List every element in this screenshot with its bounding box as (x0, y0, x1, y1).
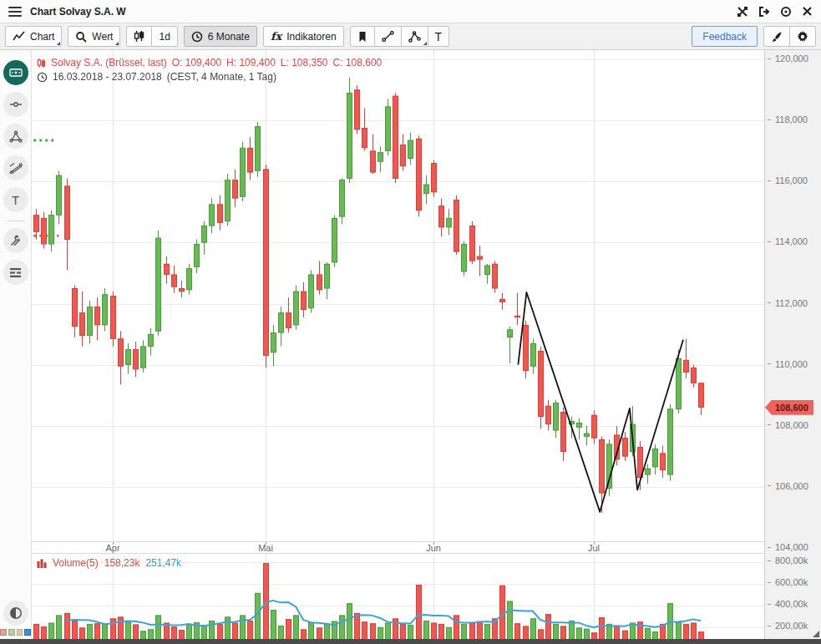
date-range-info: (CEST, 4 Monate, 1 Tag) (167, 71, 276, 83)
candlestick-legend-icon (37, 58, 46, 68)
feedback-button[interactable]: Feedback (692, 26, 758, 47)
sidebar-toolbox-button[interactable] (3, 228, 28, 253)
date-range-legend-row[interactable]: 16.03.2018 - 23.07.2018 (CEST, 4 Monate,… (37, 70, 382, 84)
clock-icon (37, 72, 48, 83)
window-title: Chart Solvay S.A. W (30, 6, 126, 18)
toolbar: Chart Wert 1d 6 Monate fx Indikatoren (0, 23, 821, 50)
last-price-tag: 108,600 (765, 400, 813, 415)
ohlc-open: O: 109,400 (172, 57, 221, 68)
x-axis: AprMaiJunJul (32, 541, 764, 553)
theme-swatches (0, 629, 31, 636)
zigzag-tool-icon (408, 31, 421, 43)
text-tool-icon: T (12, 193, 19, 207)
candle-style-button[interactable] (126, 26, 152, 47)
volume-value: 158,23k (104, 557, 140, 569)
time-range-button[interactable]: 6 Monate (184, 26, 257, 47)
y-axis[interactable]: 120,000118,000116,000114,000112,000110,0… (764, 50, 821, 639)
close-icon[interactable] (802, 6, 813, 17)
y-axis-label: 120,000 (768, 53, 808, 63)
brush-button[interactable] (763, 26, 790, 47)
zigzag-tool-button[interactable] (401, 26, 428, 47)
y-axis-label: 114,000 (768, 236, 808, 246)
sidebar-bottom (0, 591, 31, 636)
y-axis-label: 108,000 (768, 420, 808, 430)
instrument-name: Solvay S.A. (Brüssel, last) (51, 57, 167, 68)
title-bar: Chart Solvay S.A. W (0, 0, 821, 23)
dropdown-corner-icon (57, 42, 60, 45)
settings-group (763, 26, 816, 47)
ohlc-high: H: 109,400 (226, 57, 276, 68)
y-axis-label: 110,000 (768, 359, 808, 369)
chart-type-button[interactable]: Chart (5, 26, 62, 47)
interval-group: 1d (126, 26, 177, 47)
theme-swatch-green[interactable] (8, 629, 15, 636)
trendline-button[interactable] (374, 26, 402, 47)
volume-legend-icon (37, 559, 47, 568)
line-chart-icon (13, 31, 25, 42)
indicators-button[interactable]: fx Indikatoren (263, 26, 344, 47)
layout-list-icon (9, 267, 22, 278)
text-tool-button[interactable]: T (428, 26, 450, 47)
hamburger-menu-icon[interactable] (8, 7, 22, 17)
triangle-pattern-tool-icon (9, 130, 23, 143)
theme-swatch-tan[interactable] (17, 629, 23, 636)
instrument-legend-row[interactable]: Solvay S.A. (Brüssel, last) O: 109,400 H… (37, 56, 382, 69)
y-axis-label: 104,000 (768, 542, 808, 552)
y-axis-label: 106,000 (768, 481, 808, 491)
sidebar-layout-button[interactable] (3, 260, 28, 285)
x-axis-label: Apr (100, 543, 125, 553)
y-axis-label: 112,000 (768, 298, 808, 308)
chart-area: AprMaiJunJul 120,000118,000116,000114,00… (32, 50, 821, 639)
drawing-tools-group: T (350, 26, 450, 47)
gear-icon (797, 31, 808, 43)
brush-icon (771, 31, 783, 43)
popout-icon[interactable] (758, 6, 770, 18)
sidebar-divider (7, 221, 25, 221)
price-chart-canvas[interactable] (32, 50, 764, 541)
ohlc-close: C: 108,600 (333, 57, 383, 68)
y-axis-label: 800,00k (768, 555, 808, 565)
contrast-icon (9, 606, 23, 620)
sidebar-line-tool-button[interactable] (3, 92, 28, 117)
workspace-icon (9, 67, 23, 79)
clock-icon (191, 31, 203, 43)
settings-button[interactable] (789, 26, 816, 47)
bookmark-icon (357, 31, 367, 43)
y-axis-label: 116,000 (768, 175, 808, 185)
sidebar-multi-line-tool-button[interactable] (3, 155, 28, 180)
x-axis-label: Jul (581, 543, 606, 553)
target-icon[interactable] (780, 6, 792, 18)
x-axis-label: Jun (421, 543, 446, 553)
chart-legend: Solvay S.A. (Brüssel, last) O: 109,400 H… (37, 56, 382, 84)
volume-legend[interactable]: Volume(5) 158,23k 251,47k (37, 557, 181, 569)
sidebar-text-tool-button[interactable]: T (3, 187, 28, 212)
bottom-bar (0, 639, 821, 644)
volume-indicator-name: Volume(5) (53, 557, 99, 569)
search-icon (75, 31, 87, 43)
y-axis-label: 600,00k (768, 577, 808, 587)
fx-icon: fx (271, 30, 281, 43)
dropdown-corner-icon (115, 42, 119, 45)
resize-handle-icon[interactable] (813, 631, 819, 637)
bookmark-button[interactable] (350, 26, 375, 47)
y-axis-label: 118,000 (768, 114, 808, 124)
symbol-search-button[interactable]: Wert (68, 26, 120, 47)
sidebar-pattern-tool-button[interactable] (3, 124, 28, 149)
y-axis-label: 400,00k (768, 599, 808, 609)
tool-sidebar: T (0, 50, 32, 639)
interval-button[interactable]: 1d (151, 26, 177, 47)
window-controls (737, 6, 813, 18)
multi-line-tool-icon (9, 162, 23, 174)
resize-window-icon[interactable] (737, 6, 748, 18)
volume-ma-value: 251,47k (145, 557, 181, 569)
horizontal-line-tool-icon (9, 99, 23, 110)
theme-swatch-blue[interactable] (24, 629, 31, 636)
date-range: 16.03.2018 - 23.07.2018 (53, 71, 162, 83)
y-axis-label: 200,00k (768, 621, 808, 631)
dropdown-corner-icon (423, 42, 427, 45)
sidebar-workspace-button[interactable] (3, 60, 28, 85)
contrast-toggle-button[interactable] (3, 601, 28, 626)
trendline-icon (382, 31, 394, 42)
theme-swatch-red[interactable] (0, 629, 7, 636)
x-axis-label: Mai (253, 543, 278, 553)
